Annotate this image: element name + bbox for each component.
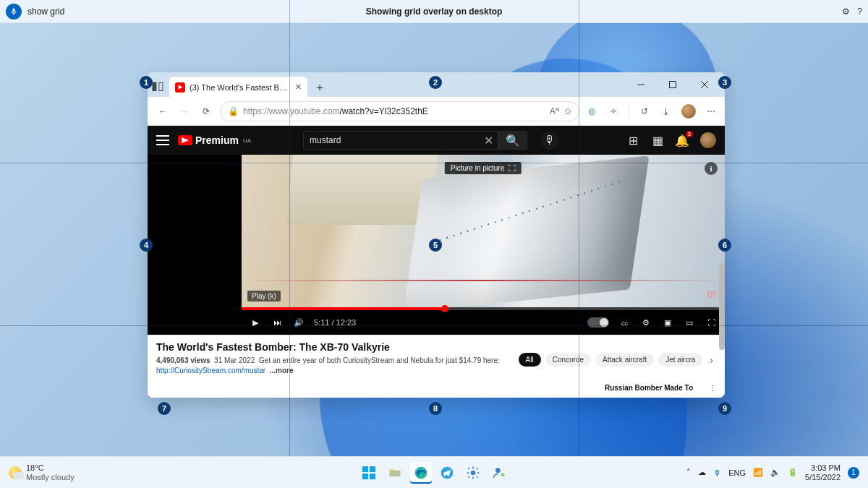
window-maximize-button[interactable] (657, 72, 689, 97)
youtube-notifications-icon[interactable]: 🔔3 (676, 134, 689, 147)
play-hint: Play (k) (247, 291, 281, 301)
profile-avatar-icon[interactable] (681, 104, 696, 119)
related-row: Russian Bomber Made To ⋮ (148, 384, 725, 398)
svg-rect-5 (370, 466, 375, 472)
settings-taskbar-icon[interactable] (462, 462, 484, 484)
miniplayer-button[interactable]: ▣ (661, 316, 674, 329)
youtube-apps-icon[interactable]: ▦ (651, 134, 664, 147)
language-indicator[interactable]: ENG (728, 468, 746, 477)
youtube-create-icon[interactable]: ⊞ (626, 134, 639, 147)
video-info-icon[interactable]: i (705, 162, 718, 175)
edge-taskbar-icon[interactable] (410, 462, 432, 484)
time-display: 5:11 / 12:23 (314, 318, 356, 327)
weather-temp: 18°C (26, 463, 75, 472)
tray-overflow-icon[interactable]: ˄ (686, 468, 691, 477)
taskbar: 18°C Mostly cloudy ˄ ☁ 🎙 ENG 📶 🔈 🔋 (0, 456, 868, 488)
clock[interactable]: 3:03 PM 5/15/2022 (805, 463, 841, 481)
file-explorer-icon[interactable] (384, 462, 406, 484)
theater-button[interactable]: ▭ (683, 316, 696, 329)
voice-access-settings-icon[interactable]: ⚙ (842, 7, 850, 17)
weather-icon (9, 466, 22, 479)
tab-actions-icon[interactable]: ▮▯ (152, 80, 163, 91)
tab-close-icon[interactable]: ✕ (295, 82, 302, 92)
chip-attack-aircraft[interactable]: Attack aircraft (595, 353, 654, 367)
history-icon[interactable]: ↺ (638, 105, 651, 118)
tracking-prevention-icon[interactable]: ◎ (585, 105, 598, 118)
window-close-button[interactable] (689, 72, 720, 97)
new-tab-button[interactable]: ＋ (310, 78, 329, 97)
tray-mic-icon[interactable]: 🎙 (713, 468, 721, 477)
video-controls: ▶ ⏭ 🔊 5:11 / 12:23 ㏄ ⚙ ▣ ▭ ⛶ (242, 310, 725, 335)
svg-point-20 (501, 473, 505, 476)
description-more[interactable]: ...more (270, 367, 294, 374)
downloads-icon[interactable]: ⭳ (660, 105, 673, 118)
svg-line-18 (468, 476, 469, 478)
window-minimize-button[interactable] (625, 72, 657, 97)
youtube-avatar-icon[interactable] (700, 132, 716, 148)
youtube-voice-search-icon[interactable]: 🎙 (540, 131, 559, 150)
voice-access-bar: show grid Showing grid overlay on deskto… (0, 0, 868, 23)
youtube-search-button[interactable]: 🔍 (498, 131, 527, 150)
favorite-icon[interactable]: ✩ (564, 106, 571, 116)
url-text: https://www.youtube.com/watch?v=Yl32c352… (243, 106, 545, 116)
video-player[interactable]: Picture in picture⛶ i m Play (k) ▶ ⏭ 🔊 5… (242, 155, 725, 335)
chips-scroll-right-icon[interactable]: › (707, 354, 716, 366)
video-title: The World's Fastest Bomber: The XB-70 Va… (156, 341, 507, 353)
youtube-menu-icon[interactable] (156, 135, 169, 145)
address-bar: ← → ⟳ 🔒 https://www.youtube.com/watch?v=… (148, 97, 725, 126)
fullscreen-button[interactable]: ⛶ (705, 316, 718, 329)
start-button[interactable] (358, 462, 380, 484)
youtube-search-input[interactable] (303, 131, 480, 150)
settings-button[interactable]: ⚙ (639, 316, 652, 329)
svg-point-10 (471, 470, 476, 475)
youtube-header: PremiumUA ✕ 🔍 🎙 ⊞ ▦ 🔔3 (148, 126, 725, 155)
page-content: PremiumUA ✕ 🔍 🎙 ⊞ ▦ 🔔3 Picture in pictur… (148, 126, 725, 398)
extensions-icon[interactable]: ✧ (607, 105, 620, 118)
channel-watermark[interactable]: m (707, 286, 716, 301)
notification-center-icon[interactable]: 1 (848, 467, 859, 479)
chip-jet-aircraft[interactable]: Jet aircra (658, 353, 702, 367)
play-button[interactable]: ▶ (249, 316, 262, 329)
description-link[interactable]: http://CuriosityStream.com/mustar (156, 367, 265, 374)
weather-widget[interactable]: 18°C Mostly cloudy (9, 463, 75, 481)
tab-strip: ▮▯ (3) The World's Fastest Bomber: ✕ ＋ (148, 72, 725, 97)
svg-rect-1 (670, 82, 676, 88)
svg-line-17 (477, 468, 478, 469)
voice-access-help-icon[interactable]: ? (857, 7, 862, 17)
nav-refresh-button[interactable]: ⟳ (198, 103, 214, 119)
youtube-play-icon (178, 135, 192, 145)
browser-tab[interactable]: (3) The World's Fastest Bomber: ✕ (169, 77, 307, 97)
voice-access-taskbar-icon[interactable] (488, 462, 510, 484)
tab-title: (3) The World's Fastest Bomber: (190, 83, 291, 92)
voice-access-mic-icon[interactable] (6, 4, 22, 20)
related-video-title[interactable]: Russian Bomber Made To (605, 384, 693, 392)
video-progress-bar[interactable] (242, 307, 725, 310)
onedrive-icon[interactable]: ☁ (698, 468, 706, 477)
wifi-icon[interactable]: 📶 (753, 468, 763, 477)
battery-icon[interactable]: 🔋 (788, 468, 798, 477)
video-pillarbox-left (148, 155, 242, 335)
next-button[interactable]: ⏭ (271, 316, 284, 329)
voice-access-command: show grid (27, 7, 64, 17)
chip-all[interactable]: All (519, 353, 541, 367)
pip-tooltip: Picture in picture⛶ (445, 162, 522, 174)
site-lock-icon[interactable]: 🔒 (228, 106, 239, 116)
youtube-favicon-icon (175, 82, 185, 93)
youtube-search-clear-icon[interactable]: ✕ (480, 131, 498, 150)
youtube-body: Picture in picture⛶ i m Play (k) ▶ ⏭ 🔊 5… (148, 155, 725, 335)
captions-button[interactable]: ㏄ (618, 316, 631, 329)
read-aloud-icon[interactable]: Aᴺ (550, 106, 560, 116)
autoplay-toggle[interactable] (587, 317, 609, 328)
volume-tray-icon[interactable]: 🔈 (770, 468, 780, 477)
telegram-icon[interactable] (436, 462, 458, 484)
nav-back-button[interactable]: ← (155, 103, 171, 119)
page-scrollbar[interactable] (719, 263, 725, 350)
volume-button[interactable]: 🔊 (292, 316, 305, 329)
browser-menu-icon[interactable]: ⋯ (705, 105, 718, 118)
youtube-search: ✕ 🔍 (303, 131, 527, 150)
youtube-logo[interactable]: PremiumUA (178, 134, 251, 146)
chip-concorde[interactable]: Concorde (545, 353, 591, 367)
voice-access-status: Showing grid overlay on desktop (366, 7, 503, 17)
svg-point-19 (495, 468, 501, 473)
url-input[interactable]: 🔒 https://www.youtube.com/watch?v=Yl32c3… (220, 101, 579, 121)
